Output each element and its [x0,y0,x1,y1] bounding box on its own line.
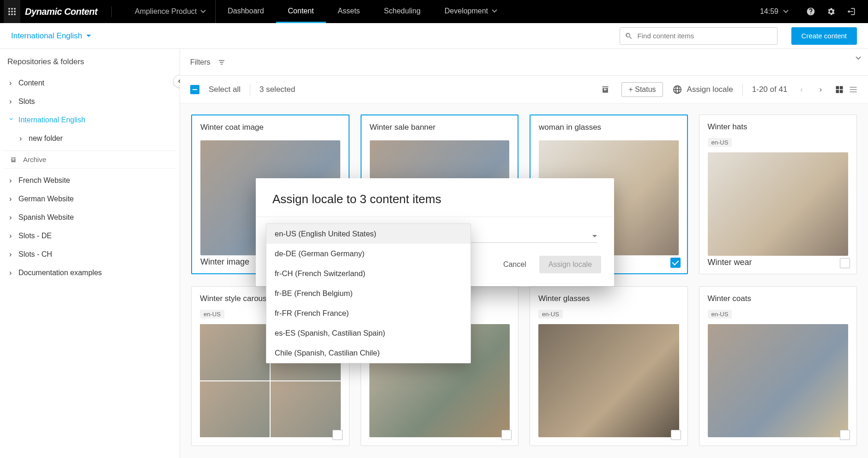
locale-option[interactable]: fr-FR (French France) [266,303,470,323]
assign-locale-button[interactable]: Assign locale [539,256,601,273]
locale-option[interactable]: fr-CH (French Switzerland) [266,264,470,283]
locale-option[interactable]: fr-BE (French Belgium) [266,283,470,303]
locale-option[interactable]: en-US (English United States) [266,224,470,244]
locale-option[interactable]: de-DE (German Germany) [266,244,470,264]
locale-option[interactable]: es-ES (Spanish, Castilian Spain) [266,323,470,343]
locale-dropdown: en-US (English United States)de-DE (Germ… [266,223,471,363]
caret-down-icon [592,235,597,238]
cancel-button[interactable]: Cancel [494,256,536,273]
locale-option[interactable]: Chile (Spanish, Castilian Chile) [266,343,470,363]
modal-title: Assign locale to 3 content items [256,178,614,217]
